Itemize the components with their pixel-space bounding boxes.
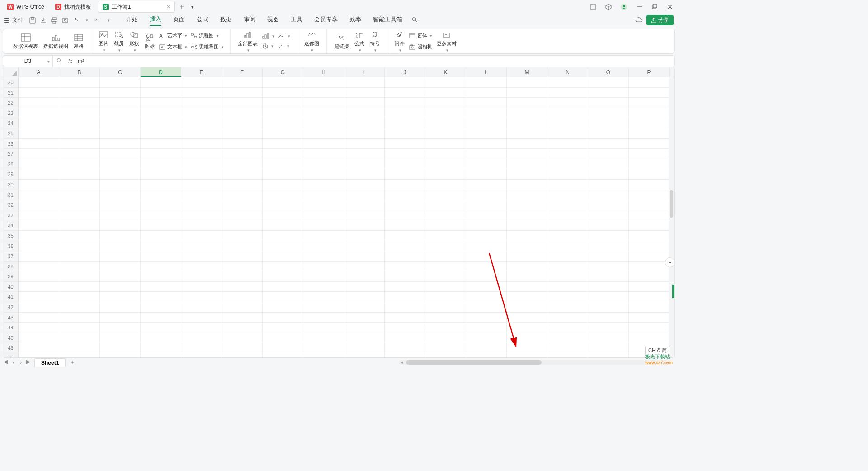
cell[interactable] [100, 200, 141, 210]
cell[interactable] [181, 190, 222, 200]
cell[interactable] [344, 88, 385, 98]
column-header[interactable]: H [303, 67, 344, 77]
cell[interactable] [263, 200, 303, 210]
cell[interactable] [181, 169, 222, 180]
cell[interactable] [222, 302, 263, 313]
cell[interactable] [385, 241, 425, 252]
qat-dropdown[interactable]: ▾ [104, 16, 113, 24]
cell[interactable] [222, 128, 263, 139]
cell[interactable] [59, 262, 100, 272]
cell[interactable] [466, 333, 507, 343]
cell[interactable] [181, 271, 222, 282]
cell[interactable] [547, 139, 588, 149]
horizontal-scrollbar[interactable]: ◂ ▸ [399, 360, 670, 365]
cell[interactable] [303, 77, 344, 88]
cell[interactable] [222, 210, 263, 221]
cell[interactable] [425, 292, 466, 302]
cell[interactable] [19, 271, 59, 282]
cell[interactable] [222, 251, 263, 262]
cell[interactable] [425, 169, 466, 180]
cell[interactable] [181, 139, 222, 149]
cell[interactable] [507, 282, 547, 292]
cell[interactable] [466, 200, 507, 210]
cell[interactable] [547, 313, 588, 323]
cell[interactable] [466, 282, 507, 292]
cell[interactable] [263, 262, 303, 272]
cell[interactable] [547, 292, 588, 302]
cell[interactable] [59, 323, 100, 333]
cell[interactable] [59, 190, 100, 200]
cell[interactable] [344, 169, 385, 180]
cell[interactable] [507, 323, 547, 333]
cell[interactable] [385, 313, 425, 323]
cell[interactable] [547, 190, 588, 200]
cell[interactable] [466, 292, 507, 302]
cell[interactable] [222, 169, 263, 180]
cell[interactable] [629, 251, 670, 262]
cell[interactable] [629, 333, 670, 343]
cell[interactable] [263, 313, 303, 323]
column-header[interactable]: F [222, 67, 263, 77]
cell[interactable] [425, 323, 466, 333]
column-header[interactable]: E [181, 67, 222, 77]
cell[interactable] [385, 282, 425, 292]
row-header[interactable]: 32 [3, 200, 19, 210]
cell[interactable] [344, 180, 385, 190]
cell[interactable] [59, 169, 100, 180]
row-header[interactable]: 29 [3, 169, 19, 180]
cell[interactable] [588, 180, 629, 190]
cell[interactable] [222, 262, 263, 272]
cell[interactable] [100, 159, 141, 170]
cell[interactable] [59, 180, 100, 190]
cell[interactable] [344, 282, 385, 292]
column-header[interactable]: L [466, 67, 507, 77]
cell[interactable] [507, 302, 547, 313]
ribbon-tab-5[interactable]: 审阅 [244, 15, 255, 25]
cell[interactable] [344, 210, 385, 221]
cell[interactable] [222, 343, 263, 353]
cell[interactable] [344, 200, 385, 210]
maximize-button[interactable] [650, 2, 659, 11]
line-chart-button[interactable]: ▾ [276, 32, 292, 40]
cell[interactable] [629, 262, 670, 272]
cell[interactable] [629, 159, 670, 170]
ribbon-tab-7[interactable]: 工具 [291, 15, 302, 25]
cell[interactable] [141, 231, 181, 241]
template-tab[interactable]: D 找稻壳模板 [51, 1, 96, 13]
cell[interactable] [19, 159, 59, 170]
cell[interactable] [547, 159, 588, 170]
cell[interactable] [588, 118, 629, 128]
cell[interactable] [59, 271, 100, 282]
cell[interactable] [141, 169, 181, 180]
cell[interactable] [344, 333, 385, 343]
cell[interactable] [141, 313, 181, 323]
cell[interactable] [344, 251, 385, 262]
cell[interactable] [629, 139, 670, 149]
close-tab-icon[interactable]: × [167, 3, 170, 10]
cell[interactable] [344, 241, 385, 252]
cell[interactable] [222, 139, 263, 149]
cell[interactable] [59, 139, 100, 149]
cell[interactable] [507, 251, 547, 262]
cell[interactable] [59, 353, 100, 357]
cell[interactable] [547, 251, 588, 262]
flowchart-button[interactable]: 流程图▾ [189, 31, 226, 40]
cell[interactable] [547, 262, 588, 272]
cell[interactable] [141, 251, 181, 262]
row-header[interactable]: 25 [3, 128, 19, 139]
cell[interactable] [19, 282, 59, 292]
cell[interactable] [425, 139, 466, 149]
cell[interactable] [100, 169, 141, 180]
cell[interactable] [425, 190, 466, 200]
cell[interactable] [547, 108, 588, 119]
cell[interactable] [547, 282, 588, 292]
formula-input[interactable]: m² [75, 58, 674, 64]
cell[interactable] [263, 333, 303, 343]
cell[interactable] [507, 180, 547, 190]
cell[interactable] [507, 220, 547, 231]
cell[interactable] [344, 262, 385, 272]
cell[interactable] [100, 333, 141, 343]
cell[interactable] [344, 98, 385, 108]
file-menu[interactable]: 文件 [12, 16, 23, 24]
hamburger-icon[interactable]: ☰ [4, 17, 9, 24]
